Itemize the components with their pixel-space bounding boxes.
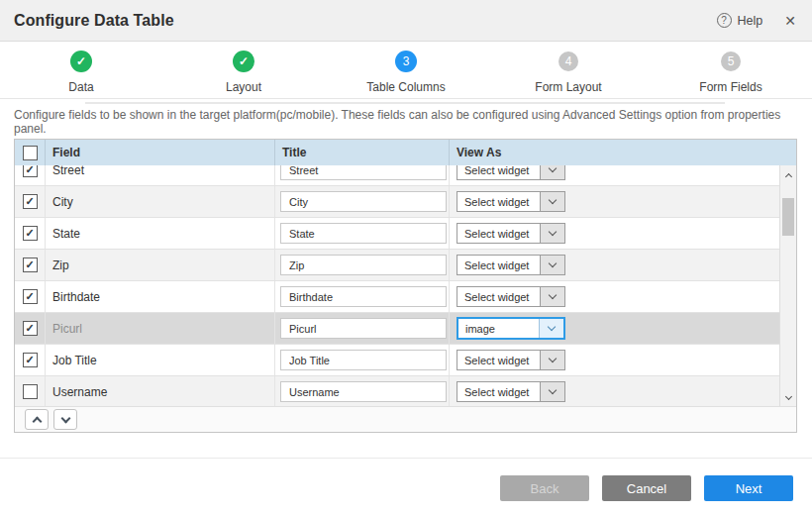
row-checkbox[interactable]: ✓ [23,226,38,241]
row-title-input[interactable] [280,286,447,307]
chevron-down-icon[interactable] [540,192,564,211]
check-icon: ✓ [25,196,34,207]
row-title-input[interactable] [280,165,447,180]
step-badge: ✓ [233,51,254,72]
row-widget-value: Select widget [457,224,540,243]
scroll-down-icon[interactable] [780,394,796,399]
row-widget-value: Select widget [457,287,540,306]
row-field-label: Picurl [52,322,82,336]
select-all-checkbox[interactable] [23,146,38,160]
row-widget-value: image [458,319,539,338]
row-field-label: Username [52,385,107,399]
step-badge-text: 4 [565,54,572,68]
chevron-down-icon[interactable] [540,382,564,401]
check-icon: ✓ [25,291,34,302]
dialog-titlebar: Configure Data Table ? Help ✕ [0,0,812,42]
chevron-down-icon [60,413,70,423]
fields-table: Field Title View As ✓ Street Select widg… [14,139,797,433]
row-checkbox[interactable] [23,384,38,399]
row-checkbox[interactable]: ✓ [23,353,38,367]
column-header-field: Field [46,140,275,165]
step-badge-text: ✓ [76,54,86,68]
row-field-label: Zip [52,258,69,272]
check-icon: ✓ [25,165,34,175]
row-widget-select[interactable]: image [457,317,565,340]
chevron-down-icon[interactable] [540,256,564,274]
table-row: Username Select widget [15,376,779,406]
step-label: Layout [226,80,261,94]
row-widget-select[interactable]: Select widget [457,255,565,275]
check-icon: ✓ [25,355,34,365]
row-title-input[interactable] [280,318,447,339]
row-widget-select[interactable]: Select widget [457,165,565,180]
row-widget-select[interactable]: Select widget [457,381,565,402]
step-badge: ✓ [70,51,92,72]
row-checkbox[interactable]: ✓ [23,194,38,209]
wizard-stepper: ✓ Data ✓ Layout 3 Table Columns 4 Form L… [0,42,812,99]
step-badge-text: ✓ [239,54,249,68]
chevron-down-icon[interactable] [540,165,564,179]
scrollbar-thumb[interactable] [782,198,794,236]
row-title-input[interactable] [280,381,447,402]
stepper-step[interactable]: 5 Form Fields [650,42,812,98]
row-checkbox[interactable]: ✓ [23,165,38,177]
row-widget-select[interactable]: Select widget [457,191,565,212]
vertical-scrollbar[interactable] [779,165,796,406]
stepper-step[interactable]: ✓ Data [0,42,162,98]
stepper-step[interactable]: 4 Form Layout [487,42,650,98]
chevron-down-icon[interactable] [540,287,564,306]
row-field-label: Birthdate [52,290,100,304]
table-body-viewport: ✓ Street Select widget ✓ City Select wid… [15,165,796,406]
table-header-row: Field Title View As [15,140,796,165]
row-field-label: Job Title [52,354,97,367]
footer-divider [0,458,812,459]
row-checkbox[interactable]: ✓ [23,321,38,336]
row-checkbox[interactable]: ✓ [23,289,38,304]
table-rows: ✓ Street Select widget ✓ City Select wid… [15,165,779,406]
row-widget-value: Select widget [457,165,540,179]
row-widget-select[interactable]: Select widget [457,350,565,370]
table-row: ✓ Street Select widget [15,165,779,186]
step-badge-text: 3 [403,54,410,68]
row-title-input[interactable] [280,350,447,370]
row-title-input[interactable] [280,223,447,244]
help-button[interactable]: ? Help [717,13,763,28]
table-row: ✓ City Select widget [15,186,779,218]
stepper-step[interactable]: 3 Table Columns [325,42,487,98]
row-field-label: State [52,227,80,241]
scroll-up-icon[interactable] [780,172,796,179]
row-checkbox[interactable]: ✓ [23,258,38,272]
help-icon: ? [717,13,732,28]
config-description: Configure fields to be shown in the targ… [14,108,798,136]
chevron-down-icon[interactable] [539,319,563,338]
move-up-button[interactable] [25,409,49,430]
back-button[interactable]: Back [500,475,589,501]
help-label: Help [738,14,763,28]
next-button[interactable]: Next [704,475,793,501]
row-widget-value: Select widget [457,192,540,211]
row-title-input[interactable] [280,191,447,212]
row-field-label: Street [52,165,84,177]
check-icon: ✓ [25,228,34,239]
row-widget-value: Select widget [457,351,540,369]
row-widget-select[interactable]: Select widget [457,223,565,244]
table-row: ✓ Birthdate Select widget [15,281,779,313]
dialog-actions: Back Cancel Next [487,475,793,501]
row-title-input[interactable] [280,255,447,275]
move-down-button[interactable] [53,409,77,430]
step-label: Data [68,80,93,94]
step-badge: 5 [721,52,741,71]
close-icon[interactable]: ✕ [784,14,796,28]
stepper-step[interactable]: ✓ Layout [162,42,325,98]
chevron-down-icon[interactable] [540,351,564,369]
step-label: Form Layout [535,80,601,94]
table-row: ✓ State Select widget [15,218,779,250]
check-icon: ✓ [25,259,34,270]
cancel-button[interactable]: Cancel [602,475,691,501]
table-footer [15,406,796,432]
step-label: Form Fields [699,80,761,94]
row-widget-select[interactable]: Select widget [457,286,565,307]
table-row: ✓ Zip Select widget [15,250,779,281]
chevron-down-icon[interactable] [540,224,564,243]
step-label: Table Columns [366,80,445,94]
